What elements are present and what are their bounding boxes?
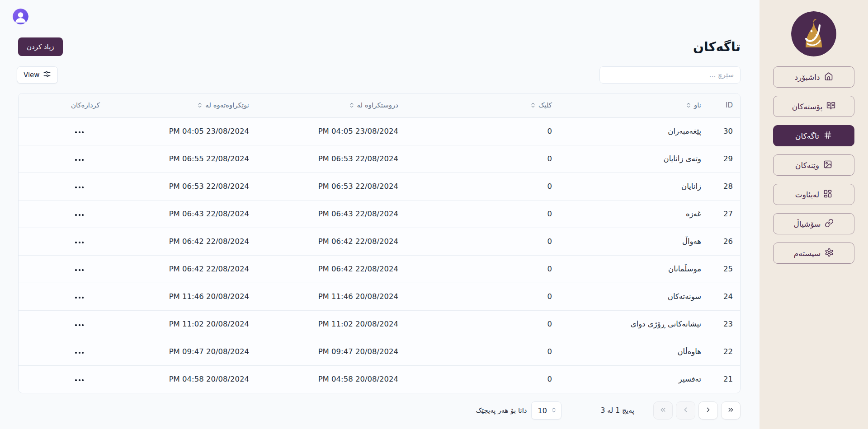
sliders-icon [43,70,51,80]
cell-updated: 23/08/2024 04:05 PM [107,117,256,145]
cell-created: 20/08/2024 09:47 PM [256,338,406,365]
chevrons-up-down-icon [551,406,557,415]
table-row: 28 زانایان 0 22/08/2024 06:53 PM 22/08/2… [19,173,740,200]
cell-updated: 20/08/2024 11:46 PM [107,283,256,310]
avatar-icon [13,9,28,24]
sidebar: داشبۆرد پۆستەکان تاگەکان وێنەکان لەیئاوت [760,0,868,429]
tags-table: ID ناو کلیک [19,93,740,393]
cell-name: نیشانەکانی ڕۆژی دوای [559,310,708,338]
gear-icon [825,248,834,259]
row-actions-button[interactable] [74,322,85,329]
cell-clicks: 0 [406,145,559,173]
per-page-select[interactable]: 10 [531,401,561,420]
table-row: 24 سونەتەکان 0 20/08/2024 11:46 PM 20/08… [19,283,740,310]
cell-updated: 22/08/2024 06:42 PM [107,228,256,255]
sort-chevrons-icon [685,102,692,108]
search-input[interactable] [599,66,741,84]
cell-clicks: 0 [406,338,559,365]
sidebar-item-social[interactable]: سۆشیاڵ [773,213,854,234]
first-page-button[interactable] [653,401,673,420]
user-avatar[interactable] [13,9,28,24]
pagination-bar: داتا بۆ هەر پەیجێک 10 پەیج 1 لە 3 [18,401,741,420]
home-icon [824,72,833,83]
table-row: 27 غەزە 0 22/08/2024 06:43 PM 22/08/2024… [19,200,740,228]
sort-chevrons-icon [530,102,536,108]
cell-updated: 20/08/2024 04:58 PM [107,365,256,393]
cell-updated: 22/08/2024 06:42 PM [107,255,256,283]
sort-created-button[interactable]: دروستکراوە لە [349,101,398,109]
row-actions-button[interactable] [74,294,85,301]
cell-name: هەواڵ [559,228,708,255]
cell-id: 26 [708,228,740,255]
cell-id: 27 [708,200,740,228]
hash-icon [823,131,832,141]
pager-buttons [653,401,741,420]
sidebar-nav: داشبۆرد پۆستەکان تاگەکان وێنەکان لەیئاوت [773,66,854,264]
cell-clicks: 0 [406,117,559,145]
link-icon [825,219,834,229]
chevron-left-icon [682,406,689,415]
cell-created: 22/08/2024 06:53 PM [256,173,406,200]
cell-id: 24 [708,283,740,310]
sidebar-item-images[interactable]: وێنەکان [773,154,854,176]
sort-name-button[interactable]: ناو [685,101,701,109]
chevron-right-icon [704,406,712,415]
sort-chevrons-icon [349,102,355,108]
row-actions-button[interactable] [74,239,85,246]
view-button-label: View [24,71,40,79]
cell-name: پێغەمبەران [559,117,708,145]
cell-name: تەفسیر [559,365,708,393]
sidebar-item-posts[interactable]: پۆستەکان [773,96,854,117]
column-header-updated: نوێکراوەتەوە لە [107,93,256,117]
table-row: 30 پێغەمبەران 0 23/08/2024 04:05 PM 23/0… [19,117,740,145]
sidebar-item-layout[interactable]: لەیئاوت [773,184,854,205]
cell-updated: 20/08/2024 09:47 PM [107,338,256,365]
previous-page-button[interactable] [676,401,695,420]
sort-clicks-button[interactable]: کلیک [530,101,552,109]
last-page-button[interactable] [721,401,741,420]
book-open-icon [826,101,835,112]
table-row: 25 موسڵمانان 0 22/08/2024 06:42 PM 22/08… [19,255,740,283]
cell-created: 22/08/2024 06:42 PM [256,228,406,255]
cell-clicks: 0 [406,283,559,310]
cell-clicks: 0 [406,255,559,283]
sidebar-item-system[interactable]: سیستەم [773,242,854,264]
row-actions-button[interactable] [74,377,85,384]
column-header-clicks: کلیک [406,93,559,117]
per-page-label: داتا بۆ هەر پەیجێک [476,406,527,415]
sidebar-item-label: تاگەکان [795,131,819,140]
sort-chevrons-icon [197,102,203,108]
row-actions-button[interactable] [74,211,85,219]
sidebar-item-tags[interactable]: تاگەکان [773,125,854,146]
sidebar-item-label: لەیئاوت [795,190,820,199]
cell-name: غەزە [559,200,708,228]
row-actions-button[interactable] [74,349,85,356]
main-content: تاگەکان زیاد کردن View ID ناو [0,0,760,429]
sort-updated-button[interactable]: نوێکراوەتەوە لە [197,101,249,109]
sidebar-item-label: داشبۆرد [794,73,820,82]
row-actions-button[interactable] [74,129,85,136]
sidebar-item-dashboard[interactable]: داشبۆرد [773,66,854,88]
layout-icon [823,189,832,200]
cell-updated: 22/08/2024 06:55 PM [107,145,256,173]
sidebar-item-label: سیستەم [794,249,821,258]
image-icon [823,160,832,171]
row-actions-button[interactable] [74,184,85,191]
table-row: 29 وتەی زانایان 0 22/08/2024 06:53 PM 22… [19,145,740,173]
cell-clicks: 0 [406,173,559,200]
next-page-button[interactable] [698,401,718,420]
page-title: تاگەکان [693,39,741,54]
cell-created: 23/08/2024 04:05 PM [256,117,406,145]
add-button[interactable]: زیاد کردن [18,37,63,56]
row-actions-button[interactable] [74,266,85,274]
view-columns-button[interactable]: View [17,66,58,84]
cell-id: 28 [708,173,740,200]
table-row: 22 هاوەڵان 0 20/08/2024 09:47 PM 20/08/2… [19,338,740,365]
cell-created: 20/08/2024 11:46 PM [256,283,406,310]
cell-created: 22/08/2024 06:42 PM [256,255,406,283]
cell-clicks: 0 [406,365,559,393]
per-page-value: 10 [538,406,547,415]
cell-id: 22 [708,338,740,365]
chevrons-left-icon [659,406,667,415]
row-actions-button[interactable] [74,156,85,163]
